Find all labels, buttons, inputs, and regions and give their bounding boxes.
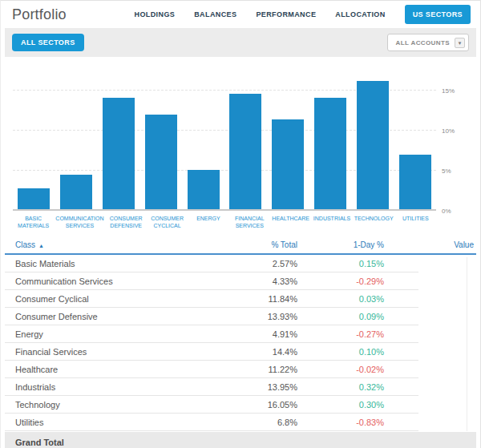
cell-class: Industrials xyxy=(5,382,209,392)
y-axis-tick: 15% xyxy=(442,87,455,95)
x-axis-label: Financial Services xyxy=(229,215,270,230)
cell-class: Healthcare xyxy=(5,365,209,374)
chevron-down-icon[interactable]: ▾ xyxy=(455,38,465,48)
bar-slot xyxy=(55,57,98,209)
table-right-divider xyxy=(467,257,467,431)
table-row[interactable]: Healthcare11.22%-0.02% xyxy=(5,361,476,378)
toolbar: ALL SECTORS ALL ACCOUNTS ▾ xyxy=(5,28,476,57)
cell-total: 6.8% xyxy=(209,418,297,427)
cell-day-change: 0.15% xyxy=(297,259,384,268)
cell-day-change: -0.29% xyxy=(297,276,384,286)
cell-class: Financial Services xyxy=(5,347,209,357)
cell-day-change: 0.30% xyxy=(297,400,384,410)
grand-total-label: Grand Total xyxy=(5,438,209,447)
bar-slot xyxy=(394,57,436,209)
y-axis-tick: 10% xyxy=(442,127,455,135)
bar-slot xyxy=(139,57,182,209)
cell-class: Technology xyxy=(5,400,209,410)
bar-healthcare[interactable] xyxy=(272,119,304,209)
cell-class: Energy xyxy=(5,329,209,339)
table-row[interactable]: Communication Services4.33%-0.29% xyxy=(5,272,476,290)
table-body: Basic Materials2.57%0.15%Communication S… xyxy=(5,255,476,431)
table-row[interactable]: Consumer Defensive13.93%0.09% xyxy=(5,308,476,325)
bar-consumer-defensive[interactable] xyxy=(103,98,135,209)
x-axis-label: Consumer Cyclical xyxy=(147,215,188,230)
bar-technology[interactable] xyxy=(357,81,389,210)
sector-bar-chart: 0%5%10%15% Basic MaterialsCommunication … xyxy=(5,57,476,238)
cell-total: 13.93% xyxy=(209,312,297,321)
all-sectors-button[interactable]: ALL SECTORS xyxy=(12,34,84,51)
table-row[interactable]: Industrials13.95%0.32% xyxy=(5,378,476,396)
cell-total: 11.84% xyxy=(209,294,297,304)
column-header-day[interactable]: 1-Day % xyxy=(297,240,384,249)
tab-performance[interactable]: PERFORMANCE xyxy=(256,10,316,18)
cell-total: 4.33% xyxy=(209,276,297,286)
x-axis-label: Communication Services xyxy=(54,215,105,230)
cell-total: 16.05% xyxy=(209,400,297,410)
cell-total: 4.91% xyxy=(209,329,297,339)
sectors-table: Class▲ % Total 1-Day % Value Basic Mater… xyxy=(5,238,476,448)
table-row[interactable]: Basic Materials2.57%0.15% xyxy=(5,255,476,272)
accounts-dropdown[interactable]: ALL ACCOUNTS ▾ xyxy=(387,34,469,51)
cell-class: Basic Materials xyxy=(5,259,209,268)
bar-communication-services[interactable] xyxy=(60,175,92,209)
column-header-class-label: Class xyxy=(15,240,35,249)
bar-slot xyxy=(309,57,352,209)
bar-energy[interactable] xyxy=(188,170,220,209)
page-title: Portfolio xyxy=(12,6,67,23)
bar-slot xyxy=(351,57,394,209)
x-axis-label: Energy xyxy=(188,215,228,230)
cell-class: Consumer Defensive xyxy=(5,312,209,321)
x-axis-label: Technology xyxy=(353,215,395,230)
bar-slot xyxy=(224,57,267,209)
page-header: Portfolio HOLDINGS BALANCES PERFORMANCE … xyxy=(1,1,480,28)
x-axis-label: Healthcare xyxy=(270,215,311,230)
nav-tabs: HOLDINGS BALANCES PERFORMANCE ALLOCATION… xyxy=(135,5,471,24)
table-row[interactable]: Financial Services14.4%0.10% xyxy=(5,343,476,361)
cell-class: Utilities xyxy=(5,418,209,427)
grand-total-row: Grand Total xyxy=(5,432,476,448)
cell-class: Communication Services xyxy=(5,276,209,286)
table-row[interactable]: Energy4.91%-0.27% xyxy=(5,325,476,343)
table-row[interactable]: Technology16.05%0.30% xyxy=(5,396,476,414)
tab-balances[interactable]: BALANCES xyxy=(194,10,236,18)
x-axis-label: Industrials xyxy=(311,215,352,230)
x-axis-label: Consumer Defensive xyxy=(106,215,147,230)
bar-slot xyxy=(98,57,140,209)
table-header-row: Class▲ % Total 1-Day % Value xyxy=(5,238,476,255)
x-axis-label: Basic Materials xyxy=(13,215,54,230)
cell-total: 14.4% xyxy=(209,347,297,357)
cell-total: 2.57% xyxy=(209,259,297,268)
bar-slot xyxy=(182,57,224,209)
table-row[interactable]: Consumer Cyclical11.84%0.03% xyxy=(5,290,476,308)
sort-asc-icon: ▲ xyxy=(38,243,44,248)
bar-slot xyxy=(267,57,309,209)
column-header-total[interactable]: % Total xyxy=(209,240,297,249)
bar-consumer-cyclical[interactable] xyxy=(145,115,177,209)
bar-basic-materials[interactable] xyxy=(18,188,50,209)
cell-total: 11.22% xyxy=(209,365,297,374)
cell-day-change: 0.32% xyxy=(297,382,384,392)
bar-financial-services[interactable] xyxy=(229,94,261,209)
bar-slot xyxy=(13,57,55,209)
tab-allocation[interactable]: ALLOCATION xyxy=(335,10,385,18)
tab-us-sectors[interactable]: US SECTORS xyxy=(405,5,471,24)
cell-total: 13.95% xyxy=(209,382,297,392)
accounts-dropdown-label: ALL ACCOUNTS xyxy=(396,39,450,46)
cell-day-change: -0.27% xyxy=(297,329,384,339)
table-row[interactable]: Utilities6.8%-0.83% xyxy=(5,414,476,431)
column-header-class[interactable]: Class▲ xyxy=(5,240,209,249)
tab-holdings[interactable]: HOLDINGS xyxy=(135,10,176,18)
cell-day-change: -0.83% xyxy=(297,418,384,427)
cell-day-change: -0.02% xyxy=(297,365,384,374)
cell-day-change: 0.09% xyxy=(297,312,384,321)
bar-utilities[interactable] xyxy=(399,155,431,209)
cell-day-change: 0.03% xyxy=(297,294,384,304)
column-header-value[interactable]: Value xyxy=(384,240,474,249)
chart-plot: 0%5%10%15% xyxy=(13,57,436,211)
cell-class: Consumer Cyclical xyxy=(5,294,209,304)
chart-x-axis-labels: Basic MaterialsCommunication ServicesCon… xyxy=(13,215,436,230)
bar-industrials[interactable] xyxy=(314,98,346,210)
portfolio-page: Portfolio HOLDINGS BALANCES PERFORMANCE … xyxy=(0,0,481,448)
x-axis-label: Utilities xyxy=(395,215,436,230)
